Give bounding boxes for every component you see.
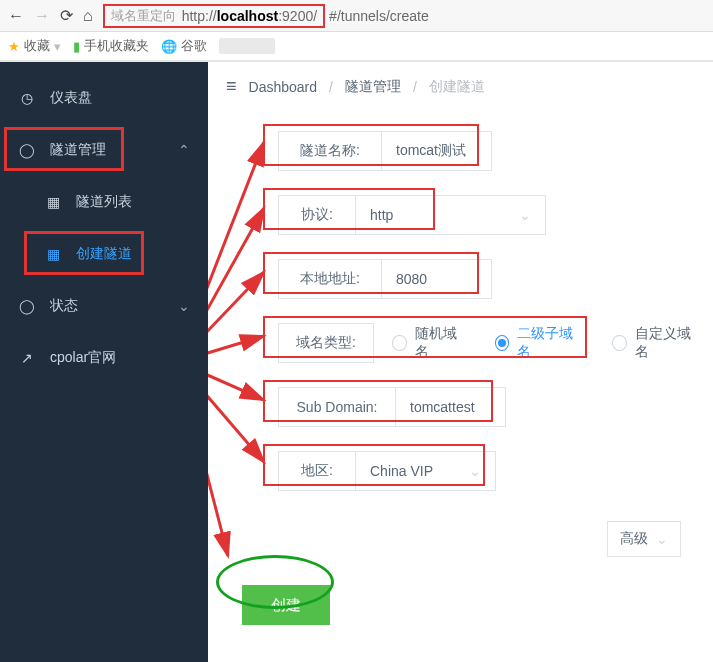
back-icon[interactable]: ← xyxy=(8,7,24,25)
sidebar-tunnel-create[interactable]: ▦ 创建隧道 xyxy=(0,228,208,280)
tunnel-name-label: 隧道名称: xyxy=(278,131,382,171)
advanced-button[interactable]: 高级⌄ xyxy=(607,521,681,557)
bookmarks-bar: ★收藏▾ ▮手机收藏夹 🌐谷歌 xyxy=(0,32,713,62)
sidebar-tunnel-list[interactable]: ▦ 隧道列表 xyxy=(0,176,208,228)
breadcrumb-root[interactable]: Dashboard xyxy=(249,79,318,95)
menu-toggle-icon[interactable]: ≡ xyxy=(226,76,237,97)
breadcrumb-sep: / xyxy=(413,79,417,95)
row-tunnel-name: 隧道名称: tomcat测试 xyxy=(278,131,699,171)
svg-line-0 xyxy=(208,142,264,362)
chevron-up-icon: ⌃ xyxy=(178,142,190,158)
gauge-icon: ◷ xyxy=(18,89,36,107)
url-bar[interactable]: 域名重定向 http://localhost:9200/ #/tunnels/c… xyxy=(103,4,705,28)
breadcrumb-cur: 创建隧道 xyxy=(429,78,485,96)
row-submit: 创建 xyxy=(242,585,699,625)
sidebar: ◷ 仪表盘 ◯ 隧道管理 ⌃ ▦ 隧道列表 ▦ 创建隧道 ◯ 状态 ⌄ ↗ cp… xyxy=(0,62,208,662)
domain-type-radios: 随机域名 二级子域名 xyxy=(374,325,580,361)
subdomain-input[interactable]: tomcattest xyxy=(396,387,506,427)
subdomain-label: Sub Domain: xyxy=(278,387,396,427)
protocol-label: 协议: xyxy=(278,195,356,235)
sidebar-label: 仪表盘 xyxy=(50,89,92,107)
svg-line-4 xyxy=(208,362,264,400)
create-button[interactable]: 创建 xyxy=(242,585,330,625)
domain-type-label: 域名类型: xyxy=(278,323,374,363)
sidebar-cpolar-link[interactable]: ↗ cpolar官网 xyxy=(0,332,208,384)
svg-line-1 xyxy=(208,208,264,362)
url-hash: #/tunnels/create xyxy=(329,8,429,24)
grid-icon: ▦ xyxy=(44,193,62,211)
breadcrumb: ≡ Dashboard / 隧道管理 / 创建隧道 xyxy=(222,76,699,97)
region-select[interactable]: China VIP⌄ xyxy=(356,451,496,491)
bookmark-mobile[interactable]: ▮手机收藏夹 xyxy=(73,37,149,55)
sidebar-label: 隧道列表 xyxy=(76,193,132,211)
row-region: 地区: China VIP⌄ xyxy=(278,451,699,491)
tunnel-name-input[interactable]: tomcat测试 xyxy=(382,131,492,171)
reload-icon[interactable]: ⟳ xyxy=(60,6,73,25)
main-content: ≡ Dashboard / 隧道管理 / 创建隧道 隧道名称: tomcat测试… xyxy=(208,62,713,662)
protocol-select[interactable]: http⌄ xyxy=(356,195,546,235)
radio-custom-domain[interactable]: 自定义域名 xyxy=(612,325,699,361)
breadcrumb-sep: / xyxy=(329,79,333,95)
sidebar-label: 状态 xyxy=(50,297,78,315)
sidebar-label: cpolar官网 xyxy=(50,349,116,367)
bookmark-blurred xyxy=(219,38,275,54)
row-subdomain: Sub Domain: tomcattest xyxy=(278,387,699,427)
circle-icon: ◯ xyxy=(18,141,36,159)
svg-line-5 xyxy=(208,362,264,462)
sidebar-label: 创建隧道 xyxy=(76,245,132,263)
row-protocol: 协议: http⌄ xyxy=(278,195,699,235)
grid-icon: ▦ xyxy=(44,245,62,263)
row-advanced: 高级⌄ xyxy=(222,521,681,557)
circle-icon: ◯ xyxy=(18,297,36,315)
home-icon[interactable]: ⌂ xyxy=(83,7,93,25)
forward-icon[interactable]: → xyxy=(34,7,50,25)
bookmark-google[interactable]: 🌐谷歌 xyxy=(161,37,207,55)
redirect-label: 域名重定向 xyxy=(111,7,176,25)
bookmark-fav[interactable]: ★收藏▾ xyxy=(8,37,61,55)
local-addr-label: 本地地址: xyxy=(278,259,382,299)
chevron-down-icon: ⌄ xyxy=(519,207,531,223)
breadcrumb-mid[interactable]: 隧道管理 xyxy=(345,78,401,96)
chevron-down-icon: ⌄ xyxy=(656,531,668,547)
sidebar-dashboard[interactable]: ◷ 仪表盘 xyxy=(0,72,208,124)
radio-sub-domain[interactable]: 二级子域名 xyxy=(495,325,580,361)
sidebar-tunnel-mgmt[interactable]: ◯ 隧道管理 ⌃ xyxy=(0,124,208,176)
local-addr-input[interactable]: 8080 xyxy=(382,259,492,299)
page: ◷ 仪表盘 ◯ 隧道管理 ⌃ ▦ 隧道列表 ▦ 创建隧道 ◯ 状态 ⌄ ↗ cp… xyxy=(0,62,713,662)
radio-random-domain[interactable]: 随机域名 xyxy=(392,325,465,361)
sidebar-status[interactable]: ◯ 状态 ⌄ xyxy=(0,280,208,332)
chevron-down-icon: ⌄ xyxy=(178,298,190,314)
chevron-down-icon: ⌄ xyxy=(469,463,481,479)
row-local-addr: 本地地址: 8080 xyxy=(278,259,699,299)
browser-nav-bar: ← → ⟳ ⌂ 域名重定向 http://localhost:9200/ #/t… xyxy=(0,0,713,32)
sidebar-label: 隧道管理 xyxy=(50,141,106,159)
svg-line-2 xyxy=(208,272,264,362)
url-text: http://localhost:9200/ xyxy=(182,8,317,24)
external-link-icon: ↗ xyxy=(18,349,36,367)
region-label: 地区: xyxy=(278,451,356,491)
row-domain-type: 域名类型: 随机域名 二级子域名 自定义域名 xyxy=(278,323,699,363)
svg-line-3 xyxy=(208,336,264,362)
